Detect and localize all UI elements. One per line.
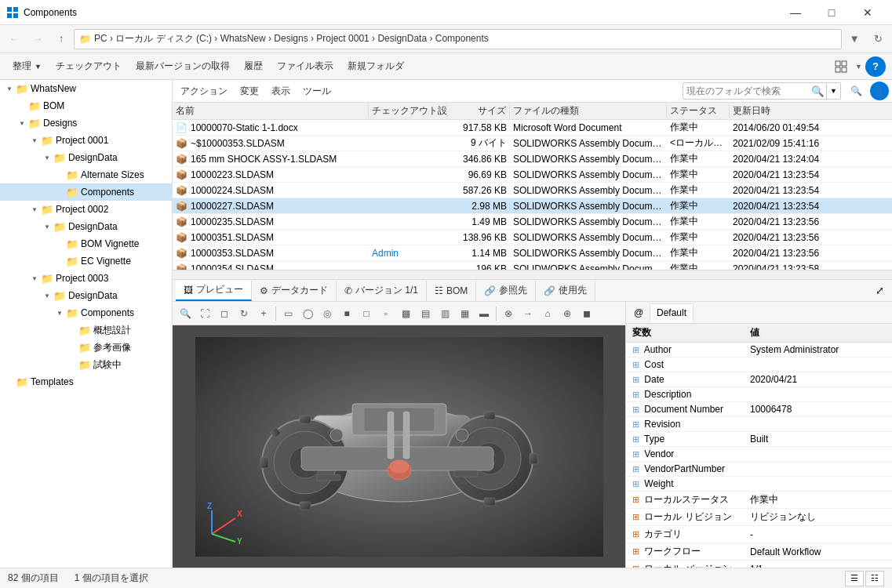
tree-item[interactable]: ▼📁DesignData (0, 218, 172, 235)
edge-btn[interactable]: ▫ (377, 304, 395, 323)
item-count: 82 個の項目 (8, 572, 59, 585)
tree-item[interactable]: ▼📁Designs (0, 114, 172, 132)
home-btn[interactable]: ⌂ (538, 304, 557, 323)
tab-参照先[interactable]: 🔗参照先 (476, 281, 536, 301)
tab-プレビュー[interactable]: 🖼プレビュー (176, 281, 252, 301)
history-button[interactable]: 履歴 (238, 56, 269, 77)
section-btn[interactable]: ⊗ (499, 304, 518, 323)
expand-panel-button[interactable]: ⤢ (870, 281, 889, 300)
address-dropdown-button[interactable]: ▼ (843, 28, 865, 50)
col-header-checkout[interactable]: チェックアウト設定者 (369, 104, 447, 118)
table-row[interactable]: 📦10000354.SLDASM196 KBSOLIDWORKS Assembl… (173, 261, 892, 270)
help-button[interactable]: ? (865, 56, 886, 77)
table-row[interactable]: 📦10000227.SLDASM2.98 MBSOLIDWORKS Assemb… (173, 198, 892, 214)
zoom-in-button[interactable]: 🔍 (176, 304, 195, 323)
orientation-btn[interactable]: ⊕ (558, 304, 577, 323)
forward-button[interactable]: → (27, 28, 49, 50)
mode3-btn[interactable]: ▦ (455, 304, 474, 323)
tab-バージョン 1/1[interactable]: ✆バージョン 1/1 (337, 281, 427, 301)
tool-button[interactable]: ツール (298, 82, 336, 100)
minimize-button[interactable]: — (777, 0, 814, 25)
zoom-fit-button[interactable]: ◻ (215, 304, 234, 323)
maximize-button[interactable]: □ (814, 0, 850, 25)
cylinder-btn[interactable]: ◎ (318, 304, 337, 323)
filter-button[interactable]: 🔍 (846, 82, 867, 100)
col-header-name[interactable]: 名前 (173, 104, 369, 118)
col-header-date[interactable]: 更新日時 (730, 104, 855, 118)
shaded-btn[interactable]: ■ (337, 304, 356, 323)
box-btn[interactable]: ▭ (279, 304, 297, 323)
zoom-rect-button[interactable]: ⛶ (195, 304, 214, 323)
view-button[interactable]: 表示 (267, 82, 295, 100)
tree-item[interactable]: 📁試験中 (0, 356, 172, 373)
manage-button[interactable]: 整理 ▼ (6, 56, 48, 77)
props-default-tab[interactable]: Default (650, 303, 694, 322)
action-button[interactable]: アクション (176, 82, 232, 100)
tree-item[interactable]: 📁EC Vignette (0, 252, 172, 270)
user-icon-button[interactable]: 👤 (870, 82, 889, 100)
props-at-button[interactable]: @ (629, 303, 648, 322)
get-latest-button[interactable]: 最新バージョンの取得 (129, 56, 236, 77)
tree-item[interactable]: ▼📁Project 0003 (0, 270, 172, 287)
clipping-btn[interactable]: ▬ (475, 304, 493, 323)
table-row[interactable]: 📦~$10000353.SLDASM9 バイトSOLIDWORKS Assemb… (173, 136, 892, 151)
close-button[interactable]: ✕ (850, 0, 886, 25)
tree-item[interactable]: 📁BOM (0, 97, 172, 114)
table-row[interactable]: 📄10000070-Static 1-1.docx917.58 KBMicros… (173, 120, 892, 136)
tree-item[interactable]: 📁Alternate Sizes (0, 166, 172, 183)
tree-item[interactable]: 📁Templates (0, 373, 172, 390)
refresh-button[interactable]: ↻ (867, 28, 889, 50)
tab-データカード[interactable]: ⚙データカード (252, 281, 337, 301)
prop-name-cell: ⊞ Revision (626, 417, 744, 432)
table-row[interactable]: 📦165 mm SHOCK ASSY-1.SLDASM346.86 KBSOLI… (173, 151, 892, 167)
table-row[interactable]: 📦10000223.SLDASM96.69 KBSOLIDWORKS Assem… (173, 167, 892, 183)
tree-item[interactable]: 📁Components (0, 183, 172, 201)
mode2-btn[interactable]: ▥ (435, 304, 454, 323)
sphere-btn[interactable]: ◯ (298, 304, 317, 323)
tree-item[interactable]: ▼📁WhatsNew (0, 80, 172, 97)
rotate-button[interactable]: ↻ (235, 304, 253, 323)
table-row[interactable]: 📦10000351.SLDASM138.96 KBSOLIDWORKS Asse… (173, 230, 892, 245)
tab-使用先[interactable]: 🔗使用先 (536, 281, 595, 301)
tree-item[interactable]: 📁概想設計 (0, 321, 172, 339)
pan-button[interactable]: + (254, 304, 273, 323)
table-row[interactable]: 📦10000353.SLDASMAdmin1.14 MBSOLIDWORKS A… (173, 245, 892, 261)
file-view-button[interactable]: ファイル表示 (271, 56, 340, 77)
list-view-button[interactable]: ☰ (845, 571, 864, 586)
hidden-btn[interactable]: ▩ (396, 304, 415, 323)
special-btn[interactable]: ◼ (577, 304, 596, 323)
address-path[interactable]: 📁 PC › ローカル ディスク (C:) › WhatsNew › Desig… (74, 29, 842, 49)
file-type-cell: SOLIDWORKS Assembly Document (510, 185, 667, 196)
search-input[interactable] (683, 85, 809, 96)
change-button[interactable]: 変更 (235, 82, 264, 100)
back-button[interactable]: ← (3, 28, 25, 50)
prop-value-cell (744, 447, 892, 462)
tree-item[interactable]: ▼📁Components (0, 304, 172, 321)
search-button[interactable]: 🔍 (809, 82, 826, 100)
wireframe-btn[interactable]: □ (357, 304, 376, 323)
tree-item[interactable]: ▼📁DesignData (0, 149, 172, 166)
tree-item[interactable]: ▼📁DesignData (0, 287, 172, 304)
col-header-type[interactable]: ファイルの種類 (510, 104, 667, 118)
3d-preview[interactable]: X Y Z (173, 325, 625, 568)
tree-item[interactable]: ▼📁Project 0001 (0, 132, 172, 149)
folder-icon: 📁 (66, 169, 78, 181)
detail-view-button[interactable]: ☷ (865, 571, 884, 586)
tree-item[interactable]: 📁参考画像 (0, 339, 172, 356)
table-row[interactable]: 📦10000235.SLDASM1.49 MBSOLIDWORKS Assemb… (173, 214, 892, 230)
view-toggle-button[interactable] (830, 56, 852, 77)
new-folder-button[interactable]: 新規フォルダ (341, 56, 410, 77)
measure-btn[interactable]: → (519, 304, 537, 323)
tab-BOM[interactable]: ☷BOM (427, 281, 476, 301)
horizontal-scrollbar[interactable] (173, 270, 892, 279)
file-type-cell: SOLIDWORKS Assembly Document (510, 169, 667, 180)
mode1-btn[interactable]: ▤ (416, 304, 435, 323)
search-options-button[interactable]: ▼ (826, 82, 840, 100)
checkout-button[interactable]: チェックアウト (49, 56, 128, 77)
tree-item[interactable]: 📁BOM Vignette (0, 235, 172, 252)
table-row[interactable]: 📦10000224.SLDASM587.26 KBSOLIDWORKS Asse… (173, 183, 892, 198)
tree-item[interactable]: ▼📁Project 0002 (0, 201, 172, 218)
col-header-status[interactable]: ステータス (667, 104, 730, 118)
up-button[interactable]: ↑ (50, 28, 72, 50)
col-header-size[interactable]: サイズ (447, 104, 510, 118)
